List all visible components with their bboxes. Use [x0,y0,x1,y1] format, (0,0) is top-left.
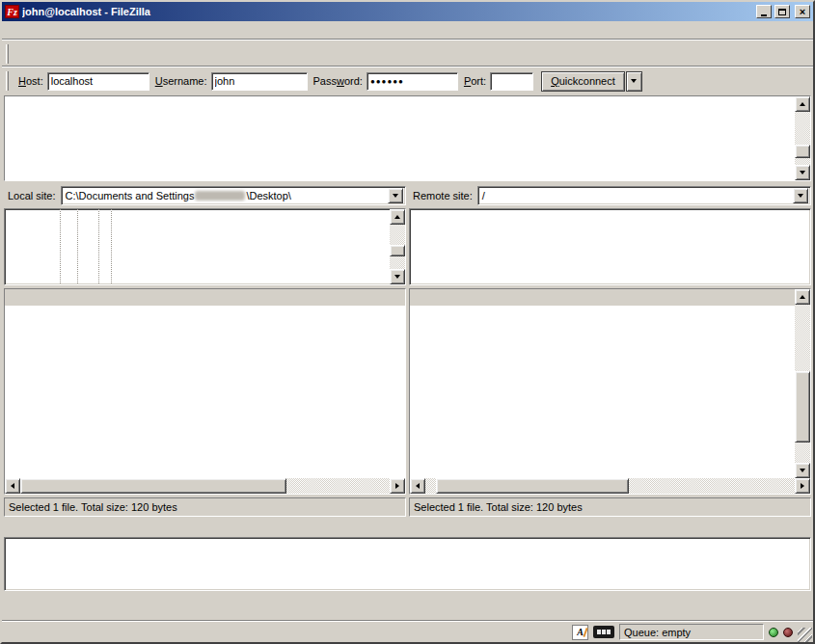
chevron-down-icon [798,194,803,198]
quickconnect-dropdown-button[interactable] [626,71,642,92]
filezilla-window: Fz john@localhost - FileZilla × Host: Us… [0,0,815,644]
scroll-track[interactable] [20,478,390,494]
local-tree-panel [4,208,406,285]
host-input[interactable] [47,72,149,91]
host-label: Host: [18,75,43,87]
scroll-thumb[interactable] [795,145,810,158]
queue-tabs [33,592,811,613]
queue-body[interactable] [4,537,811,591]
local-site-combobox[interactable]: C:\Documents and Settings\Desktop\ [61,186,406,205]
scroll-track[interactable] [795,305,810,463]
local-site-dropdown-button[interactable] [388,188,403,203]
quickconnect-bar: Host: Username: Password: Port: Quickcon… [2,67,813,94]
queue-header [4,520,811,537]
tree-guide [77,209,78,284]
chevron-down-icon [393,194,398,198]
message-log [4,95,811,181]
resize-grip-icon[interactable] [798,628,812,642]
tree-guide [111,209,112,284]
remote-list-vscrollbar [795,289,810,478]
scroll-down-button[interactable] [795,165,810,180]
spacer [2,613,813,621]
local-list-hscrollbar [5,478,405,494]
directory-trees [4,208,811,285]
port-input[interactable] [490,72,533,91]
file-lists [4,288,811,495]
remote-site-label: Remote site: [409,190,477,201]
scroll-track[interactable] [425,478,795,494]
tree-guide [60,209,61,284]
window-title: john@localhost - FileZilla [22,6,753,17]
remote-file-list [409,288,811,495]
remote-site-bar: Remote site: / [409,185,811,206]
scroll-left-button[interactable] [410,478,425,494]
username-label: Username: [155,75,207,87]
queue-status-text: Queue: empty [624,627,691,638]
menu-bar [2,21,813,40]
scroll-left-button[interactable] [5,478,20,494]
maximize-icon [778,9,786,15]
toolbar [2,40,813,67]
arrow-up-icon [394,215,400,219]
arrow-down-icon [394,275,400,279]
scroll-track[interactable] [795,112,810,165]
scroll-up-button[interactable] [795,96,810,112]
username-input[interactable] [211,72,308,91]
arrow-up-icon [800,102,805,106]
transfer-queue [4,520,811,613]
title-bar: Fz john@localhost - FileZilla × [2,2,813,21]
activity-led-red [783,628,793,637]
scroll-right-button[interactable] [795,478,810,494]
remote-path: / [482,190,485,201]
arrow-down-icon [800,469,805,472]
message-log-scrollbar [795,96,810,180]
scroll-right-button[interactable] [390,478,405,494]
minimize-button[interactable] [756,5,772,18]
tree-guide [98,209,99,284]
data-type-indicator-icon: A [572,625,588,640]
maximize-button[interactable] [774,5,790,18]
password-label: Password: [313,75,363,87]
scroll-down-button[interactable] [390,269,405,284]
arrow-right-icon [395,483,399,489]
chevron-down-icon [631,79,637,83]
port-label: Port: [464,75,486,87]
local-path-prefix: C:\Documents and Settings [66,190,195,201]
arrow-right-icon [801,483,804,489]
scroll-thumb[interactable] [436,478,628,494]
redacted-username [195,191,245,201]
remote-site-combobox[interactable]: / [477,186,811,205]
filezilla-app-icon: Fz [5,5,19,18]
local-site-bar: Local site: C:\Documents and Settings\De… [4,185,406,206]
activity-led-green [769,628,778,637]
scroll-down-button[interactable] [795,463,810,478]
minimize-icon [761,14,767,16]
local-tree-scrollbar [390,209,405,284]
local-site-label: Local site: [4,190,61,201]
scroll-thumb[interactable] [20,478,286,494]
local-selection-status: Selected 1 file. Total size: 120 bytes [4,497,406,517]
remote-list-hscrollbar [410,478,810,494]
scroll-up-button[interactable] [795,289,810,305]
quickconnect-button[interactable]: Quickconnect [541,71,625,92]
site-bars: Local site: C:\Documents and Settings\De… [4,185,811,206]
remote-selection-status: Selected 1 file. Total size: 120 bytes [409,497,811,517]
scroll-track[interactable] [390,225,405,269]
queue-status-box: Queue: empty [619,624,764,640]
local-file-list [4,288,406,495]
remote-list-header [410,289,795,306]
toolbar-gripper[interactable] [6,44,9,64]
scroll-thumb[interactable] [795,371,810,443]
password-input[interactable] [367,72,458,91]
selection-status-bars: Selected 1 file. Total size: 120 bytes S… [4,497,811,517]
speed-limit-icon [593,626,614,638]
quickconnect-gripper[interactable] [6,71,9,91]
arrow-up-icon [800,295,805,299]
close-button[interactable]: × [795,5,810,18]
local-list-header [5,289,405,306]
scroll-thumb[interactable] [390,245,405,256]
arrow-left-icon [11,483,14,489]
remote-site-dropdown-button[interactable] [793,188,808,203]
scroll-up-button[interactable] [390,209,405,225]
status-bar: A Queue: empty [2,621,813,642]
